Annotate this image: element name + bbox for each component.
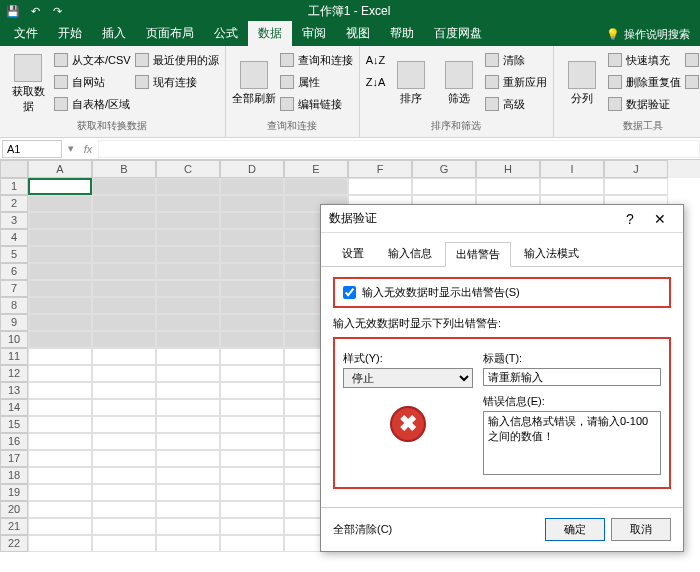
- cell[interactable]: [28, 212, 92, 229]
- tab-home[interactable]: 开始: [48, 21, 92, 46]
- tab-ime[interactable]: 输入法模式: [513, 241, 590, 266]
- remove-dup-button[interactable]: 删除重复值: [608, 72, 681, 92]
- close-button[interactable]: ✕: [645, 211, 675, 227]
- from-table-button[interactable]: 自表格/区域: [54, 94, 131, 114]
- cell[interactable]: [92, 229, 156, 246]
- row-header[interactable]: 3: [0, 212, 28, 229]
- col-header[interactable]: A: [28, 160, 92, 178]
- cell[interactable]: [604, 178, 668, 195]
- col-header[interactable]: J: [604, 160, 668, 178]
- cell[interactable]: [28, 467, 92, 484]
- redo-icon[interactable]: ↷: [50, 4, 64, 18]
- clear-button[interactable]: 清除: [485, 50, 547, 70]
- cell[interactable]: [28, 365, 92, 382]
- cell[interactable]: [28, 263, 92, 280]
- namebox-dropdown-icon[interactable]: ▾: [64, 142, 78, 155]
- row-header[interactable]: 13: [0, 382, 28, 399]
- cell[interactable]: [156, 467, 220, 484]
- cell[interactable]: [156, 416, 220, 433]
- cell[interactable]: [28, 433, 92, 450]
- cell[interactable]: [156, 178, 220, 195]
- name-box[interactable]: A1: [2, 140, 62, 158]
- tab-input-msg[interactable]: 输入信息: [377, 241, 443, 266]
- show-error-checkbox[interactable]: 输入无效数据时显示出错警告(S): [343, 285, 661, 300]
- cell[interactable]: [92, 484, 156, 501]
- col-header[interactable]: B: [92, 160, 156, 178]
- cell[interactable]: [156, 518, 220, 535]
- cell[interactable]: [156, 314, 220, 331]
- sort-button[interactable]: 排序: [389, 50, 433, 117]
- row-header[interactable]: 16: [0, 433, 28, 450]
- row-header[interactable]: 21: [0, 518, 28, 535]
- cell[interactable]: [92, 467, 156, 484]
- recent-sources-button[interactable]: 最近使用的源: [135, 50, 219, 70]
- sort-az-button[interactable]: A↓Z: [366, 50, 386, 70]
- cell[interactable]: [156, 331, 220, 348]
- existing-conn-button[interactable]: 现有连接: [135, 72, 219, 92]
- cell[interactable]: [92, 297, 156, 314]
- tab-help[interactable]: 帮助: [380, 21, 424, 46]
- from-text-button[interactable]: 从文本/CSV: [54, 50, 131, 70]
- formula-input[interactable]: [98, 140, 700, 158]
- cell[interactable]: [476, 178, 540, 195]
- cell[interactable]: [92, 382, 156, 399]
- cell[interactable]: [92, 535, 156, 552]
- clear-all-button[interactable]: 全部清除(C): [333, 522, 392, 537]
- cell[interactable]: [156, 484, 220, 501]
- col-header[interactable]: E: [284, 160, 348, 178]
- cell[interactable]: [92, 365, 156, 382]
- cell[interactable]: [92, 416, 156, 433]
- title-input[interactable]: [483, 368, 661, 386]
- cell[interactable]: [92, 212, 156, 229]
- cell[interactable]: [220, 365, 284, 382]
- tab-layout[interactable]: 页面布局: [136, 21, 204, 46]
- row-header[interactable]: 8: [0, 297, 28, 314]
- cell[interactable]: [540, 178, 604, 195]
- tab-baidu[interactable]: 百度网盘: [424, 21, 492, 46]
- cell[interactable]: [28, 280, 92, 297]
- text-to-columns-button[interactable]: 分列: [560, 50, 604, 117]
- cell[interactable]: [28, 450, 92, 467]
- cell[interactable]: [156, 297, 220, 314]
- cell[interactable]: [348, 178, 412, 195]
- cell[interactable]: [28, 501, 92, 518]
- cell[interactable]: [28, 348, 92, 365]
- cell[interactable]: [156, 212, 220, 229]
- cell[interactable]: [220, 399, 284, 416]
- cell[interactable]: [220, 535, 284, 552]
- cell[interactable]: [28, 382, 92, 399]
- cell[interactable]: [156, 263, 220, 280]
- row-header[interactable]: 14: [0, 399, 28, 416]
- tab-insert[interactable]: 插入: [92, 21, 136, 46]
- cell[interactable]: [156, 535, 220, 552]
- row-header[interactable]: 4: [0, 229, 28, 246]
- cancel-button[interactable]: 取消: [611, 518, 671, 541]
- cell[interactable]: [92, 178, 156, 195]
- manage-button[interactable]: 管理: [685, 72, 700, 92]
- fx-icon[interactable]: fx: [78, 143, 98, 155]
- help-button[interactable]: ?: [615, 211, 645, 227]
- row-header[interactable]: 5: [0, 246, 28, 263]
- cell[interactable]: [28, 416, 92, 433]
- cell[interactable]: [220, 229, 284, 246]
- advanced-button[interactable]: 高级: [485, 94, 547, 114]
- get-data-button[interactable]: 获取数 据: [6, 50, 50, 117]
- select-all-corner[interactable]: [0, 160, 28, 178]
- col-header[interactable]: F: [348, 160, 412, 178]
- col-header[interactable]: C: [156, 160, 220, 178]
- properties-button[interactable]: 属性: [280, 72, 353, 92]
- cell[interactable]: [92, 450, 156, 467]
- cell[interactable]: [28, 535, 92, 552]
- row-header[interactable]: 12: [0, 365, 28, 382]
- reapply-button[interactable]: 重新应用: [485, 72, 547, 92]
- cell[interactable]: [28, 178, 92, 195]
- cell[interactable]: [220, 433, 284, 450]
- col-header[interactable]: H: [476, 160, 540, 178]
- from-web-button[interactable]: 自网站: [54, 72, 131, 92]
- col-header[interactable]: G: [412, 160, 476, 178]
- cell[interactable]: [156, 348, 220, 365]
- cell[interactable]: [28, 297, 92, 314]
- row-header[interactable]: 20: [0, 501, 28, 518]
- tab-settings[interactable]: 设置: [331, 241, 375, 266]
- cell[interactable]: [28, 484, 92, 501]
